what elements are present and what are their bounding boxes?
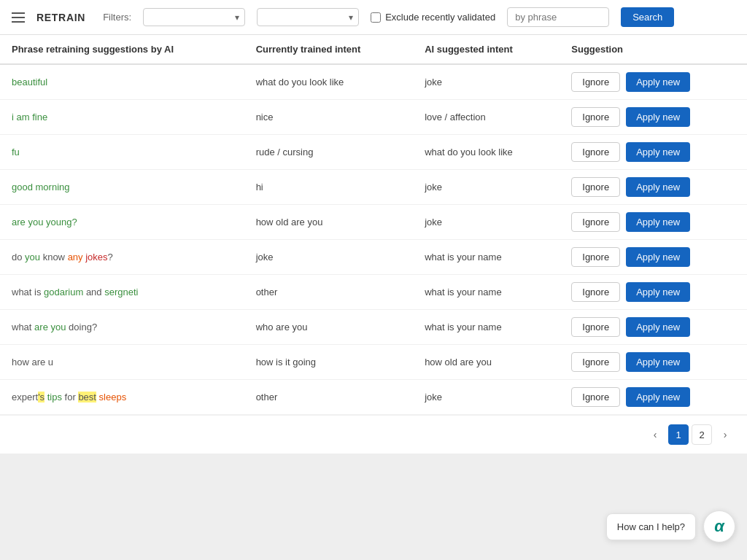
phrase-cell: what are you doing? <box>0 310 244 345</box>
ai-intent-cell: joke <box>413 170 560 205</box>
table-row: do you know any jokes?jokewhat is your n… <box>0 240 747 275</box>
suggestion-cell: IgnoreApply new <box>560 64 747 100</box>
suggestion-cell: IgnoreApply new <box>560 170 747 205</box>
phrase-cell: fu <box>0 135 244 170</box>
col-current-intent: Currently trained intent <box>244 35 414 64</box>
table-row: how are uhow is it goinghow old are youI… <box>0 345 747 380</box>
suggestion-cell: IgnoreApply new <box>560 100 747 135</box>
apply-new-button[interactable]: Apply new <box>626 107 690 127</box>
ignore-button[interactable]: Ignore <box>571 107 620 127</box>
col-suggestion: Suggestion <box>560 35 747 64</box>
apply-new-button[interactable]: Apply new <box>626 177 690 197</box>
phrase-cell: what is godarium and sergneti <box>0 275 244 310</box>
filter2-select[interactable] <box>257 8 359 26</box>
ignore-button[interactable]: Ignore <box>571 212 620 232</box>
ai-intent-cell: love / affection <box>413 100 560 135</box>
phrase-cell: beautiful <box>0 64 244 100</box>
current-intent-cell: other <box>244 275 414 310</box>
current-intent-cell: nice <box>244 100 414 135</box>
ai-intent-cell: joke <box>413 205 560 240</box>
suggestion-cell: IgnoreApply new <box>560 380 747 415</box>
current-intent-cell: joke <box>244 240 414 275</box>
current-intent-cell: how is it going <box>244 345 414 380</box>
col-phrase: Phrase retraining suggestions by AI <box>0 35 244 64</box>
table-row: expert's tips for best sleepsotherjokeIg… <box>0 380 747 415</box>
ai-intent-cell: what is your name <box>413 240 560 275</box>
gray-area <box>0 454 747 560</box>
page-2-button[interactable]: 2 <box>692 424 712 445</box>
ignore-button[interactable]: Ignore <box>571 142 620 162</box>
apply-new-button[interactable]: Apply new <box>626 352 690 372</box>
alpha-chat-icon[interactable]: α <box>703 510 735 542</box>
phrase-cell: expert's tips for best sleeps <box>0 380 244 415</box>
current-intent-cell: what do you look like <box>244 64 414 100</box>
table-row: are you young?how old are youjokeIgnoreA… <box>0 205 747 240</box>
ignore-button[interactable]: Ignore <box>571 282 620 302</box>
app-header: RETRAIN Filters: Exclude recently valida… <box>0 0 747 35</box>
ai-intent-cell: joke <box>413 380 560 415</box>
suggestion-cell: IgnoreApply new <box>560 275 747 310</box>
suggestion-cell: IgnoreApply new <box>560 135 747 170</box>
filter2-wrapper <box>257 8 359 26</box>
ignore-button[interactable]: Ignore <box>571 387 620 407</box>
col-ai-intent: AI suggested intent <box>413 35 560 64</box>
suggestion-cell: IgnoreApply new <box>560 345 747 380</box>
ai-intent-cell: what do you look like <box>413 135 560 170</box>
table-row: what is godarium and sergnetiotherwhat i… <box>0 275 747 310</box>
filter1-wrapper <box>143 8 245 26</box>
page-1-button[interactable]: 1 <box>668 424 689 445</box>
ignore-button[interactable]: Ignore <box>571 177 620 197</box>
main-table-container: Phrase retraining suggestions by AI Curr… <box>0 35 747 454</box>
suggestion-cell: IgnoreApply new <box>560 205 747 240</box>
app-title: RETRAIN <box>36 12 85 23</box>
suggestion-cell: IgnoreApply new <box>560 240 747 275</box>
suggestion-cell: IgnoreApply new <box>560 310 747 345</box>
prev-page-button[interactable]: ‹ <box>645 424 665 445</box>
table-row: beautifulwhat do you look likejokeIgnore… <box>0 64 747 100</box>
current-intent-cell: hi <box>244 170 414 205</box>
ignore-button[interactable]: Ignore <box>571 247 620 267</box>
current-intent-cell: how old are you <box>244 205 414 240</box>
ai-intent-cell: what is your name <box>413 310 560 345</box>
apply-new-button[interactable]: Apply new <box>626 72 690 92</box>
filters-label: Filters: <box>103 12 131 23</box>
apply-new-button[interactable]: Apply new <box>626 142 690 162</box>
search-button[interactable]: Search <box>621 7 674 27</box>
apply-new-button[interactable]: Apply new <box>626 387 690 407</box>
phrase-cell: good morning <box>0 170 244 205</box>
exclude-label-text: Exclude recently validated <box>385 12 495 23</box>
table-header-row: Phrase retraining suggestions by AI Curr… <box>0 35 747 64</box>
exclude-recently-validated-label: Exclude recently validated <box>371 12 495 23</box>
hamburger-menu[interactable] <box>12 12 25 23</box>
table-row: i am finenicelove / affectionIgnoreApply… <box>0 100 747 135</box>
ignore-button[interactable]: Ignore <box>571 72 620 92</box>
ai-intent-cell: how old are you <box>413 345 560 380</box>
current-intent-cell: rude / cursing <box>244 135 414 170</box>
phrase-search-input[interactable] <box>507 7 609 27</box>
ai-intent-cell: what is your name <box>413 275 560 310</box>
table-row: what are you doing?who are youwhat is yo… <box>0 310 747 345</box>
phrase-cell: do you know any jokes? <box>0 240 244 275</box>
phrase-cell: how are u <box>0 345 244 380</box>
filter1-select[interactable] <box>143 8 245 26</box>
help-bubble-text: How can I help? <box>606 513 696 540</box>
suggestions-table: Phrase retraining suggestions by AI Curr… <box>0 35 747 415</box>
apply-new-button[interactable]: Apply new <box>626 282 690 302</box>
next-page-button[interactable]: › <box>715 424 735 445</box>
help-chat-widget: How can I help? α <box>606 510 735 542</box>
apply-new-button[interactable]: Apply new <box>626 317 690 337</box>
ignore-button[interactable]: Ignore <box>571 317 620 337</box>
current-intent-cell: other <box>244 380 414 415</box>
phrase-cell: i am fine <box>0 100 244 135</box>
ai-intent-cell: joke <box>413 64 560 100</box>
ignore-button[interactable]: Ignore <box>571 352 620 372</box>
apply-new-button[interactable]: Apply new <box>626 212 690 232</box>
phrase-cell: are you young? <box>0 205 244 240</box>
table-row: good morninghijokeIgnoreApply new <box>0 170 747 205</box>
apply-new-button[interactable]: Apply new <box>626 247 690 267</box>
table-row: furude / cursingwhat do you look likeIgn… <box>0 135 747 170</box>
pagination: ‹ 1 2 › <box>0 415 747 454</box>
current-intent-cell: who are you <box>244 310 414 345</box>
exclude-recently-validated-checkbox[interactable] <box>371 12 381 23</box>
